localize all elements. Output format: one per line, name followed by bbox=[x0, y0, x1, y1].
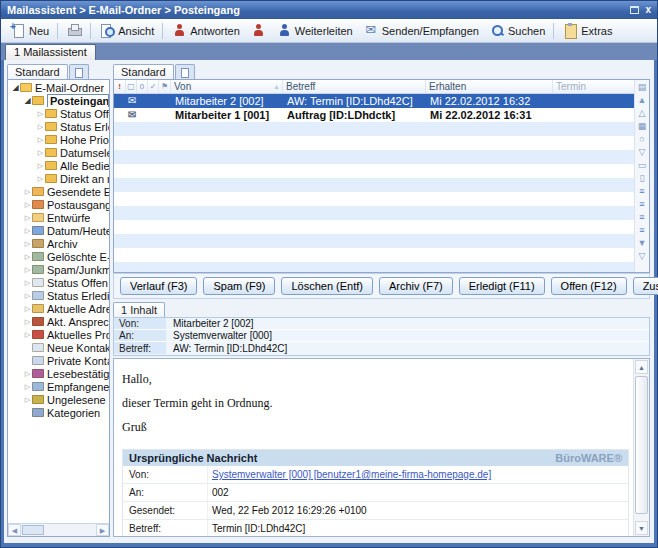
close-window-icon[interactable]: x bbox=[645, 5, 651, 15]
action-button-zusatz[interactable]: Zusatz bbox=[633, 277, 658, 295]
collapsed-twisty-icon[interactable]: ▷ bbox=[23, 305, 32, 313]
collapsed-twisty-icon[interactable]: ▷ bbox=[36, 162, 45, 170]
scroll-top-icon[interactable]: ▲ bbox=[638, 94, 647, 107]
action-button-verlauf-f3[interactable]: Verlauf (F3) bbox=[120, 277, 197, 295]
collapsed-twisty-icon[interactable]: ▷ bbox=[36, 149, 45, 157]
tree-item-status-erledigt[interactable]: ▷Status Erledigt bbox=[8, 289, 109, 302]
list-view-2-icon[interactable]: ≡ bbox=[639, 198, 644, 211]
toolbar-button-suchen[interactable]: Suchen bbox=[484, 21, 550, 40]
tree-item-lesebestätigungen[interactable]: ▷Lesebestätigungen bbox=[8, 367, 109, 380]
collapsed-twisty-icon[interactable]: ▷ bbox=[23, 240, 32, 248]
toolbar-button-weiterleiten[interactable]: Weiterleiten bbox=[271, 21, 358, 40]
column-header-von[interactable]: Von▲ bbox=[171, 80, 283, 93]
column-header-betreff[interactable]: Betreff bbox=[283, 80, 426, 93]
scroll-down-icon[interactable]: ▼ bbox=[638, 237, 647, 250]
tree-item-gelöschte-e-mails[interactable]: ▷Gelöschte E-Mails bbox=[8, 250, 109, 263]
tree-item-akt-ansprechpartn[interactable]: ▷Akt. Ansprechpartn bbox=[8, 315, 109, 328]
restore-window-icon[interactable] bbox=[630, 6, 639, 14]
collapsed-twisty-icon[interactable]: ▷ bbox=[36, 110, 45, 118]
tree-item-private-kontakte[interactable]: Private Kontakte bbox=[8, 354, 109, 367]
sender-link[interactable]: Systemverwalter [000] [benutzer1@meine-f… bbox=[208, 466, 628, 483]
collapsed-twisty-icon[interactable]: ▷ bbox=[36, 123, 45, 131]
scroll-up-icon[interactable]: △ bbox=[639, 107, 646, 120]
print-list-icon[interactable]: ▭ bbox=[638, 159, 647, 172]
column-attachment-icon[interactable]: 0 bbox=[137, 80, 148, 93]
column-header-erhalten[interactable]: Erhalten bbox=[426, 80, 553, 93]
copy-list-icon[interactable]: ▯ bbox=[640, 172, 645, 185]
collapsed-twisty-icon[interactable]: ▷ bbox=[23, 318, 32, 326]
tree-item-status-offen[interactable]: ▷Status Offen bbox=[8, 107, 109, 120]
tree-item-aktuelles-projekt[interactable]: ▷Aktuelles Projekt bbox=[8, 328, 109, 341]
tree-item-neue-kontakte[interactable]: Neue Kontakte bbox=[8, 341, 109, 354]
expanded-twisty-icon[interactable]: ◢ bbox=[23, 96, 32, 105]
scrollbar-thumb[interactable] bbox=[635, 376, 648, 514]
tree-item-posteingang[interactable]: ◢Posteingang bbox=[8, 94, 109, 107]
action-button-spam-f9[interactable]: Spam (F9) bbox=[203, 277, 275, 295]
mail-row-mitarbeiter-1-001[interactable]: ✉Mitarbeiter 1 [001]Auftrag [ID:LDhdctk]… bbox=[114, 108, 634, 122]
tree-item-empfangene-mails[interactable]: ▷Empfangene Mails bbox=[8, 380, 109, 393]
collapsed-twisty-icon[interactable]: ▷ bbox=[23, 331, 32, 339]
tab-mailassistent[interactable]: 1 Mailassistent bbox=[5, 44, 96, 60]
scroll-down-icon[interactable]: ▼ bbox=[635, 521, 648, 535]
tree-item-status-erledigt[interactable]: ▷Status Erledigt bbox=[8, 120, 109, 133]
scroll-left-icon[interactable]: ◀ bbox=[8, 524, 21, 536]
filter-icon[interactable]: ▽ bbox=[639, 146, 646, 159]
collapsed-twisty-icon[interactable]: ▷ bbox=[23, 396, 32, 404]
list-view-4-icon[interactable]: ≡ bbox=[639, 224, 644, 237]
collapsed-twisty-icon[interactable]: ▷ bbox=[23, 227, 32, 235]
column-picker-icon[interactable]: ▤ bbox=[638, 81, 647, 94]
expanded-twisty-icon[interactable]: ◢ bbox=[11, 83, 20, 92]
collapsed-twisty-icon[interactable]: ▷ bbox=[23, 292, 32, 300]
body-vertical-scrollbar[interactable]: ▲ ▼ bbox=[633, 359, 649, 536]
tree-item-ungelesene-mails[interactable]: ▷Ungelesene Mails bbox=[8, 393, 109, 406]
tree-item-postausgang[interactable]: ▷Postausgang bbox=[8, 198, 109, 211]
scrollbar-thumb[interactable] bbox=[22, 525, 44, 535]
tree-horizontal-scrollbar[interactable]: ◀ ▶ bbox=[8, 523, 109, 536]
collapsed-twisty-icon[interactable]: ▷ bbox=[36, 136, 45, 144]
collapsed-twisty-icon[interactable]: ▷ bbox=[23, 214, 32, 222]
tree-item-aktuelle-adresse[interactable]: ▷Aktuelle Adresse bbox=[8, 302, 109, 315]
tab-new-view-right[interactable] bbox=[175, 64, 195, 79]
collapsed-twisty-icon[interactable]: ▷ bbox=[23, 383, 32, 391]
tree-item-kategorien[interactable]: Kategorien bbox=[8, 406, 109, 419]
tab-standard-right[interactable]: Standard bbox=[113, 64, 174, 79]
tree-item-gesendete-e-mails[interactable]: ▷Gesendete E-Mails bbox=[8, 185, 109, 198]
collapsed-twisty-icon[interactable]: ▷ bbox=[23, 279, 32, 287]
column-flag-icon[interactable]: ⚑ bbox=[159, 80, 171, 93]
action-button-erledigt-f11[interactable]: Erledigt (F11) bbox=[459, 277, 545, 295]
tab-inhalt[interactable]: 1 Inhalt bbox=[113, 302, 165, 317]
action-button-archiv-f7[interactable]: Archiv (F7) bbox=[379, 277, 453, 295]
collapsed-twisty-icon[interactable]: ▷ bbox=[36, 175, 45, 183]
column-done-icon[interactable]: ✓ bbox=[148, 80, 159, 93]
scroll-up-icon[interactable]: ▲ bbox=[635, 360, 648, 374]
tree-item-entwürfe[interactable]: ▷Entwürfe bbox=[8, 211, 109, 224]
collapsed-twisty-icon[interactable]: ▷ bbox=[23, 201, 32, 209]
toolbar-button-antworten[interactable]: Antworten bbox=[166, 21, 245, 40]
toolbar-button-extras[interactable]: Extras bbox=[557, 21, 617, 40]
toolbar-button-ansicht[interactable]: Ansicht bbox=[94, 21, 159, 40]
tree-item-e-mail-ordner[interactable]: ◢E-Mail-Ordner bbox=[8, 81, 109, 94]
tab-new-view-left[interactable] bbox=[69, 64, 89, 79]
list-view-1-icon[interactable]: ≡ bbox=[639, 185, 644, 198]
column-document-icon[interactable]: ▢ bbox=[126, 80, 137, 93]
tree-item-alle-bediener[interactable]: ▷Alle Bediener bbox=[8, 159, 109, 172]
action-button-offen-f12[interactable]: Offen (F12) bbox=[551, 277, 627, 295]
scroll-right-icon[interactable]: ▶ bbox=[96, 524, 109, 536]
grid-view-icon[interactable]: ▦ bbox=[638, 120, 647, 133]
collapsed-twisty-icon[interactable]: ▷ bbox=[23, 370, 32, 378]
tree-item-direkt-an-mich[interactable]: ▷Direkt an mich bbox=[8, 172, 109, 185]
tree-item-hohe-priorität[interactable]: ▷Hohe Priorität bbox=[8, 133, 109, 146]
toolbar-button-printer-icon[interactable] bbox=[61, 21, 87, 40]
collapsed-twisty-icon[interactable]: ▷ bbox=[23, 188, 32, 196]
tab-standard-left[interactable]: Standard bbox=[7, 64, 68, 79]
tree-item-datumselektion[interactable]: ▷Datumselektion bbox=[8, 146, 109, 159]
toolbar-button-reply-all-icon[interactable] bbox=[245, 21, 271, 40]
search-icon[interactable]: ○ bbox=[639, 133, 644, 146]
scroll-bottom-icon[interactable]: ▽ bbox=[639, 250, 646, 263]
list-view-3-icon[interactable]: ≡ bbox=[639, 211, 644, 224]
toolbar-button-senden-empfangen[interactable]: ✉Senden/Empfangen bbox=[358, 21, 484, 40]
collapsed-twisty-icon[interactable]: ▷ bbox=[23, 253, 32, 261]
action-button-löschen-entf[interactable]: Löschen (Entf) bbox=[281, 277, 373, 295]
tree-item-datum-heute[interactable]: ▷Datum/Heute bbox=[8, 224, 109, 237]
tree-item-archiv[interactable]: ▷Archiv bbox=[8, 237, 109, 250]
